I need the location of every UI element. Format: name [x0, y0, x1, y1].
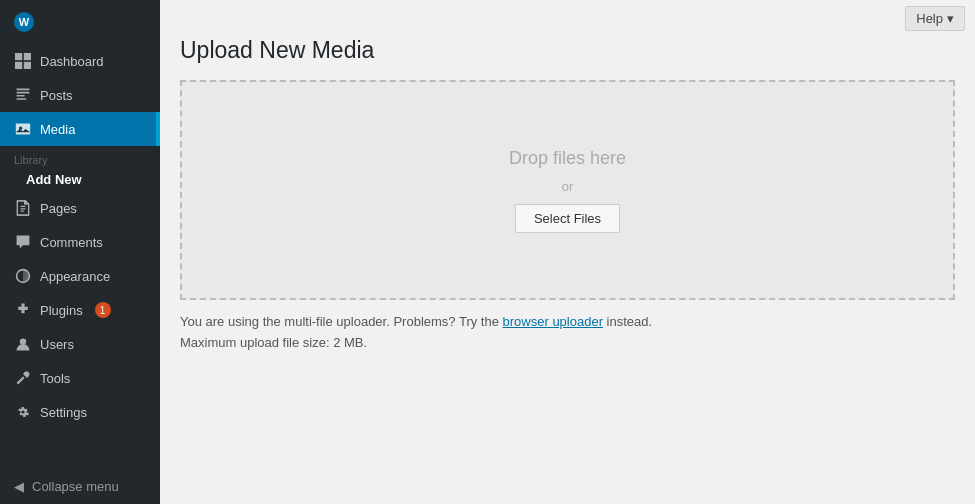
sidebar-item-appearance[interactable]: Appearance: [0, 259, 160, 293]
sidebar-item-tools-label: Tools: [40, 371, 70, 386]
sidebar-item-media[interactable]: Media: [0, 112, 160, 146]
pages-icon: [14, 199, 32, 217]
collapse-menu-label: Collapse menu: [32, 479, 119, 494]
page-title: Upload New Media: [180, 37, 955, 64]
main-content: Help ▾ Upload New Media Drop files here …: [160, 0, 975, 504]
sidebar-subitem-add-new[interactable]: Add New: [0, 168, 160, 191]
sidebar-item-plugins-label: Plugins: [40, 303, 83, 318]
posts-icon: [14, 86, 32, 104]
sidebar-item-pages-label: Pages: [40, 201, 77, 216]
sidebar-item-tools[interactable]: Tools: [0, 361, 160, 395]
media-library-label: Library: [0, 146, 160, 168]
drop-files-text: Drop files here: [509, 148, 626, 169]
sidebar-item-settings[interactable]: Settings: [0, 395, 160, 429]
help-button-label: Help: [916, 11, 943, 26]
tools-icon: [14, 369, 32, 387]
wp-logo-icon: W: [14, 12, 34, 32]
svg-rect-0: [15, 53, 22, 60]
sidebar-item-comments[interactable]: Comments: [0, 225, 160, 259]
users-icon: [14, 335, 32, 353]
svg-rect-1: [24, 53, 31, 60]
svg-rect-4: [16, 123, 30, 134]
dashboard-icon: [14, 52, 32, 70]
browser-uploader-link[interactable]: browser uploader: [503, 314, 603, 329]
sidebar: W Dashboard Posts Media Library Add New …: [0, 0, 160, 504]
sidebar-item-dashboard-label: Dashboard: [40, 54, 104, 69]
plugins-icon: [14, 301, 32, 319]
page-content: Upload New Media Drop files here or Sele…: [160, 37, 975, 504]
select-files-button[interactable]: Select Files: [515, 204, 620, 233]
collapse-menu-button[interactable]: ◀ Collapse menu: [0, 469, 160, 504]
sidebar-item-users-label: Users: [40, 337, 74, 352]
sidebar-item-users[interactable]: Users: [0, 327, 160, 361]
plugins-badge: 1: [95, 302, 111, 318]
comments-icon: [14, 233, 32, 251]
svg-rect-3: [24, 62, 31, 69]
svg-point-7: [20, 338, 26, 344]
sidebar-item-media-label: Media: [40, 122, 75, 137]
sidebar-item-dashboard[interactable]: Dashboard: [0, 44, 160, 78]
sidebar-item-settings-label: Settings: [40, 405, 87, 420]
help-button[interactable]: Help ▾: [905, 6, 965, 31]
sidebar-item-posts-label: Posts: [40, 88, 73, 103]
info-before-link: You are using the multi-file uploader. P…: [180, 314, 503, 329]
help-bar: Help ▾: [160, 0, 975, 37]
or-text: or: [562, 179, 574, 194]
sidebar-item-plugins[interactable]: Plugins 1: [0, 293, 160, 327]
sidebar-item-pages[interactable]: Pages: [0, 191, 160, 225]
sidebar-item-posts[interactable]: Posts: [0, 78, 160, 112]
wordpress-logo[interactable]: W: [0, 0, 160, 44]
appearance-icon: [14, 267, 32, 285]
help-chevron-icon: ▾: [947, 11, 954, 26]
svg-rect-2: [15, 62, 22, 69]
sidebar-item-appearance-label: Appearance: [40, 269, 110, 284]
sidebar-item-comments-label: Comments: [40, 235, 103, 250]
max-upload-size-text: Maximum upload file size: 2 MB.: [180, 335, 955, 350]
media-icon: [14, 120, 32, 138]
info-after-link: instead.: [603, 314, 652, 329]
settings-icon: [14, 403, 32, 421]
add-new-label: Add New: [26, 172, 82, 187]
upload-dropzone[interactable]: Drop files here or Select Files: [180, 80, 955, 300]
collapse-icon: ◀: [14, 479, 24, 494]
uploader-info-text: You are using the multi-file uploader. P…: [180, 314, 955, 329]
